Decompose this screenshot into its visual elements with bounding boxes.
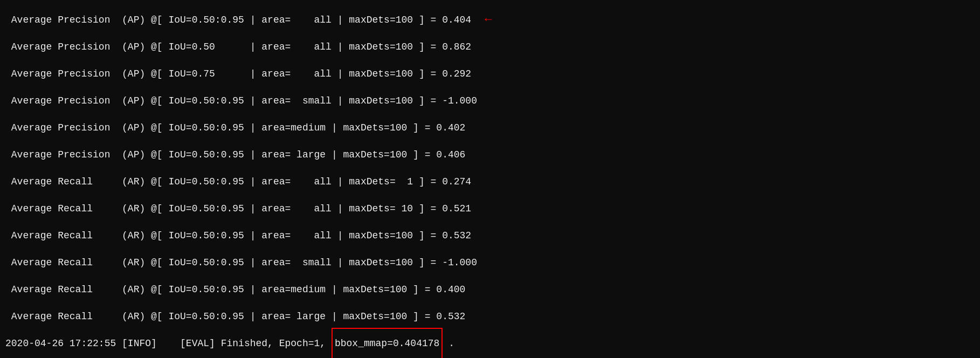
metric-line-ap6: Average Precision (AP) @[ IoU=0.50:0.95 …	[5, 141, 975, 168]
info-suffix: .	[443, 330, 454, 357]
metric-text-ar3: Average Recall (AR) @[ IoU=0.50:0.95 | a…	[5, 222, 471, 249]
metric-line-ap5: Average Precision (AP) @[ IoU=0.50:0.95 …	[5, 114, 975, 141]
metric-text-ap6: Average Precision (AP) @[ IoU=0.50:0.95 …	[5, 141, 465, 168]
metric-line-ar5: Average Recall (AR) @[ IoU=0.50:0.95 | a…	[5, 276, 975, 303]
metric-text-ar4: Average Recall (AR) @[ IoU=0.50:0.95 | a…	[5, 249, 477, 276]
info-line: 2020-04-26 17:22:55 [INFO] [EVAL] Finish…	[5, 330, 975, 357]
metric-line-ap4: Average Precision (AP) @[ IoU=0.50:0.95 …	[5, 87, 975, 114]
metric-line-ar3: Average Recall (AR) @[ IoU=0.50:0.95 | a…	[5, 222, 975, 249]
metric-text-ap4: Average Precision (AP) @[ IoU=0.50:0.95 …	[5, 87, 477, 114]
metric-text-ap1: Average Precision (AP) @[ IoU=0.50:0.95 …	[5, 6, 471, 33]
metric-text-ar6: Average Recall (AR) @[ IoU=0.50:0.95 | a…	[5, 303, 465, 330]
info-middle: [EVAL] Finished, Epoch=1,	[157, 330, 332, 357]
terminal-output: Average Precision (AP) @[ IoU=0.50:0.95 …	[5, 4, 975, 358]
metric-line-ap1: Average Precision (AP) @[ IoU=0.50:0.95 …	[5, 6, 975, 33]
metric-line-ap3: Average Precision (AP) @[ IoU=0.75 | are…	[5, 60, 975, 87]
metric-line-ar2: Average Recall (AR) @[ IoU=0.50:0.95 | a…	[5, 195, 975, 222]
metric-text-ap3: Average Precision (AP) @[ IoU=0.75 | are…	[5, 60, 471, 87]
metric-text-ar1: Average Recall (AR) @[ IoU=0.50:0.95 | a…	[5, 168, 471, 195]
metric-line-ap2: Average Precision (AP) @[ IoU=0.50 | are…	[5, 33, 975, 60]
metric-text-ar5: Average Recall (AR) @[ IoU=0.50:0.95 | a…	[5, 276, 465, 303]
bbox-mmap-value: bbox_mmap=0.404178	[332, 328, 443, 358]
metric-text-ap5: Average Precision (AP) @[ IoU=0.50:0.95 …	[5, 114, 465, 141]
metric-text-ar2: Average Recall (AR) @[ IoU=0.50:0.95 | a…	[5, 195, 471, 222]
metric-line-ar1: Average Recall (AR) @[ IoU=0.50:0.95 | a…	[5, 168, 975, 195]
metric-text-ap2: Average Precision (AP) @[ IoU=0.50 | are…	[5, 33, 471, 60]
metric-line-ar4: Average Recall (AR) @[ IoU=0.50:0.95 | a…	[5, 249, 975, 276]
info-prefix: 2020-04-26 17:22:55 [INFO]	[5, 330, 157, 357]
metric-line-ar6: Average Recall (AR) @[ IoU=0.50:0.95 | a…	[5, 303, 975, 330]
red-arrow-icon: ←	[478, 6, 492, 33]
